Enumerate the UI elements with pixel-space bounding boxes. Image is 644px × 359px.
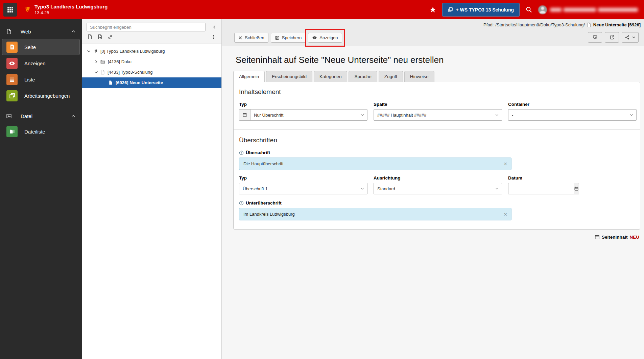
chevron-down-icon [632, 35, 636, 39]
page-icon [587, 22, 592, 27]
typo3-logo-icon [22, 5, 31, 14]
page-tree-panel: [0] Typo3 Landkreis Ludwigsburg [4136] D… [82, 19, 222, 359]
workspaces-module-icon [6, 90, 18, 101]
tab-erscheinungsbild[interactable]: Erscheinungsbild [266, 71, 312, 82]
history-button[interactable] [588, 32, 602, 43]
chevron-down-icon [360, 113, 364, 117]
typo3-version: 13.4.25 [34, 10, 49, 15]
tab-sprache[interactable]: Sprache [349, 71, 377, 82]
share-button[interactable] [622, 32, 639, 43]
sidebar-item-seite[interactable]: Seite [2, 39, 80, 55]
tab-panel-allgemein: Inhaltselement Typ Nur Überschrift Spalt… [233, 82, 640, 230]
tree-node-doku[interactable]: [4136] Doku [82, 56, 221, 67]
username-redacted [550, 8, 638, 12]
tab-zugriff[interactable]: Zugriff [379, 71, 403, 82]
chevron-down-icon[interactable] [86, 49, 91, 53]
tab-hinweise[interactable]: Hinweise [404, 71, 434, 82]
clear-icon[interactable]: ✕ [503, 212, 507, 217]
copy-squares-icon [448, 7, 453, 12]
page-module-icon [6, 42, 18, 53]
eye-icon [312, 35, 317, 40]
breadcrumb-path[interactable]: /Startseite/Hauptmenü/Doku/Typo3-Schulun… [495, 22, 585, 27]
chevron-down-icon [495, 187, 499, 191]
form-tabs: Allgemein Erscheinungsbild Kategorien Sp… [233, 71, 644, 82]
chevron-down-icon[interactable] [93, 70, 99, 74]
new-page-drag-icon[interactable] [97, 34, 103, 40]
page-icon [108, 80, 113, 85]
info-circle-icon[interactable] [239, 201, 244, 206]
page-tree: [0] Typo3 Landkreis Ludwigsburg [4136] D… [82, 44, 221, 88]
chevron-down-icon [629, 113, 634, 117]
doc-header: Pfad: /Startseite/Hauptmenü/Doku/Typo3-S… [222, 19, 644, 46]
collapse-tree-button[interactable] [212, 25, 217, 29]
tree-node-neue-unterseite[interactable]: [6926] Neue Unterseite [82, 77, 221, 88]
section-heading-ueberschriften: Überschriften [239, 137, 637, 144]
topbar: Typo3 Landkreis Ludwigsburg 13.4.25 + WS… [0, 0, 644, 19]
calendar-button[interactable] [574, 183, 579, 194]
sidebar-group-datei[interactable]: Datei [0, 109, 82, 123]
module-menu-toggle-button[interactable] [3, 3, 17, 17]
record-footer: Seiteninhalt NEU [222, 235, 639, 240]
topbar-search-button[interactable] [526, 6, 532, 13]
clear-icon[interactable]: ✕ [503, 162, 507, 166]
tab-allgemein[interactable]: Allgemein [233, 71, 265, 82]
user-menu[interactable] [538, 5, 638, 14]
chevron-down-icon [360, 187, 364, 191]
external-link-icon [610, 35, 615, 40]
ueberschrift-input[interactable] [239, 158, 511, 170]
page-title: Seiteninhalt auf Seite "Neue Unterseite"… [236, 55, 644, 65]
sidebar-group-web[interactable]: Web [0, 24, 82, 39]
section-heading-inhaltselement: Inhaltselement [239, 88, 637, 96]
grid-icon [7, 7, 13, 13]
ueberschrift-typ-select[interactable]: Überschrift 1 [239, 183, 367, 194]
record-type-label: Seiteninhalt [602, 235, 628, 240]
header-block-icon [239, 110, 251, 120]
typo3-logo-icon [93, 49, 98, 54]
tree-node-root[interactable]: [0] Typo3 Landkreis Ludwigsburg [82, 46, 221, 56]
share-nodes-icon [625, 35, 630, 40]
field-label-container: Container [508, 102, 637, 107]
content-element-icon [595, 235, 600, 240]
field-label-typ: Typ [239, 102, 367, 107]
sidebar-item-arbeitsumgebungen[interactable]: Arbeitsumgebungen [2, 88, 80, 104]
view-button[interactable]: Anzeigen [308, 33, 342, 43]
tab-kategorien[interactable]: Kategorien [314, 71, 347, 82]
close-button[interactable]: Schließen [234, 33, 268, 43]
site-brand[interactable]: Typo3 Landkreis Ludwigsburg 13.4.25 [22, 4, 108, 16]
folder-icon [100, 59, 105, 65]
view-button-annotation: Anzeigen [308, 33, 342, 43]
field-label-unterueberschrift: Unterüberschrift [239, 200, 637, 206]
tree-node-typo3-schulung[interactable]: [4433] Typo3-Schulung [82, 67, 221, 77]
circular-arrow-icon [593, 35, 598, 40]
chevron-right-icon[interactable] [93, 59, 99, 64]
sidebar-item-liste[interactable]: Liste [2, 71, 80, 88]
image-icon [6, 113, 12, 119]
sidebar-item-anzeigen[interactable]: Anzeigen [2, 55, 80, 71]
save-button[interactable]: Speichern [271, 33, 306, 43]
typ-select[interactable]: Nur Überschrift [239, 109, 367, 121]
link-icon[interactable] [108, 34, 113, 40]
ausrichtung-select[interactable]: Standard [374, 183, 502, 194]
field-label-datum: Datum [508, 175, 637, 181]
workspace-button[interactable]: + WS TYPO3 13 Schulung [442, 3, 520, 17]
datum-input[interactable] [508, 183, 574, 194]
field-label-ueberschrift: Überschrift [239, 150, 637, 155]
new-page-icon[interactable] [87, 34, 93, 40]
favorites-button[interactable] [430, 6, 436, 13]
tree-search-input[interactable] [87, 23, 206, 31]
breadcrumb: Pfad: /Startseite/Hauptmenü/Doku/Typo3-S… [483, 22, 641, 27]
open-in-new-window-button[interactable] [605, 32, 619, 43]
eye-module-icon [6, 58, 18, 69]
field-label-typ2: Typ [239, 175, 367, 181]
spalte-select[interactable]: ##### Hauptinhalt ##### [374, 109, 502, 121]
sidebar-item-dateiliste[interactable]: Dateiliste [2, 123, 80, 140]
info-circle-icon[interactable] [239, 150, 244, 155]
tree-more-menu-icon[interactable] [211, 34, 216, 40]
container-select[interactable]: - [508, 109, 637, 121]
unterueberschrift-field: ✕ [239, 208, 511, 220]
module-sidebar: Web Seite Anzeigen Liste Arbeitsumgebung… [0, 19, 82, 359]
unterueberschrift-input[interactable] [239, 208, 511, 220]
chevron-up-icon [71, 114, 76, 118]
site-title: Typo3 Landkreis Ludwigsburg [34, 4, 108, 9]
ueberschrift-field: ✕ [239, 158, 511, 170]
